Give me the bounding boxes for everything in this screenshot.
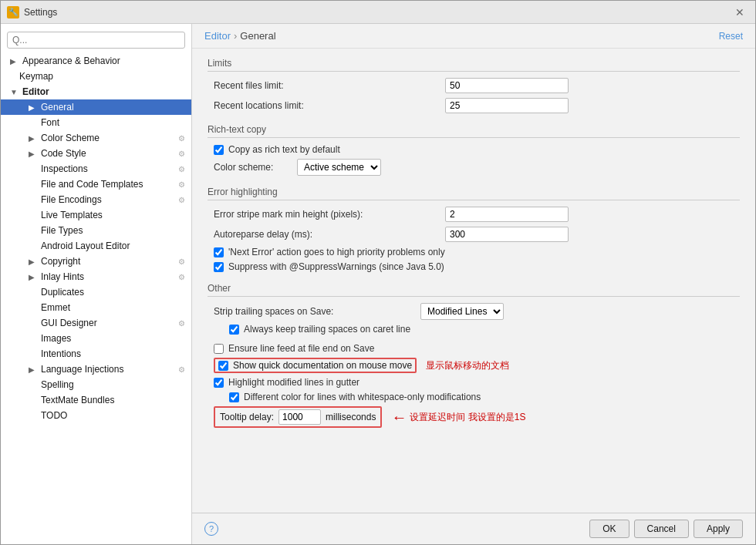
search-input[interactable] (7, 32, 185, 49)
bottom-bar: ? OK Cancel Apply (192, 513, 755, 544)
sidebar-item-file-code-templates[interactable]: File and Code Templates ⚙ (1, 177, 191, 192)
autoreparse-input[interactable] (445, 227, 569, 242)
highlight-modified-checkbox[interactable] (214, 378, 224, 388)
strip-trailing-select[interactable]: Modified Lines All None (420, 303, 504, 320)
sidebar-item-label: Live Templates (41, 210, 103, 220)
ok-button[interactable]: OK (589, 520, 629, 538)
always-keep-checkbox[interactable] (229, 325, 239, 335)
tooltip-delay-input[interactable] (278, 409, 321, 425)
next-error-checkbox[interactable] (214, 247, 224, 257)
apply-button[interactable]: Apply (694, 520, 743, 538)
tooltip-annotation: 设置延迟时间 我设置的是1S (410, 411, 525, 424)
ensure-line-feed-label: Ensure line feed at file end on Save (228, 343, 374, 354)
reset-button[interactable]: Reset (719, 31, 743, 42)
expand-icon: ▼ (10, 88, 19, 96)
next-error-row: 'Next Error' action goes to high priorit… (208, 247, 740, 257)
tooltip-arrow-icon: ← (391, 409, 407, 426)
sidebar-item-label: General (41, 102, 74, 113)
color-scheme-select[interactable]: Active scheme Default Darcula (297, 159, 381, 176)
copy-rich-text-checkbox[interactable] (214, 145, 224, 155)
error-highlighting-section: Error highlighting Error stripe mark min… (208, 187, 740, 272)
tooltip-delay-highlighted: Tooltip delay: milliseconds (214, 406, 382, 428)
recent-locations-input[interactable] (445, 98, 569, 113)
expand-icon: ▶ (29, 150, 38, 158)
sidebar-item-keymap[interactable]: Keymap (1, 69, 191, 84)
stripe-mark-input[interactable] (445, 207, 569, 222)
titlebar: 🔧 Settings ✕ (1, 1, 755, 24)
ensure-line-feed-row: Ensure line feed at file end on Save (208, 343, 740, 354)
sidebar-item-label: Inspections (41, 163, 88, 174)
sidebar-item-spelling[interactable]: Spelling (1, 377, 191, 392)
suppress-checkbox[interactable] (214, 262, 224, 272)
main-content: ▶ Appearance & Behavior Keymap ▼ Editor … (1, 24, 755, 544)
recent-files-input[interactable] (445, 78, 569, 93)
color-scheme-label: Color scheme: (214, 162, 291, 173)
config-icon: ⚙ (178, 196, 185, 204)
tooltip-delay-container: Tooltip delay: milliseconds ← 设置延迟时间 我设置… (208, 406, 740, 428)
sidebar-item-editor[interactable]: ▼ Editor (1, 84, 191, 99)
sidebar-item-textmate[interactable]: TextMate Bundles (1, 392, 191, 408)
sidebar-item-language-injections[interactable]: ▶ Language Injections ⚙ (1, 362, 191, 377)
sidebar-item-intentions[interactable]: Intentions (1, 346, 191, 362)
sidebar-item-label: Copyright (41, 256, 80, 267)
breadcrumb-parent[interactable]: Editor (204, 30, 231, 42)
sidebar-item-emmet[interactable]: Emmet (1, 300, 191, 315)
breadcrumb-separator: › (234, 30, 237, 42)
tooltip-delay-unit: milliseconds (326, 412, 376, 422)
suppress-row: Suppress with @SuppressWarnings (since J… (208, 261, 740, 272)
sidebar-item-general[interactable]: ▶ General (1, 99, 191, 115)
expand-icon: ▶ (29, 273, 38, 281)
next-error-label: 'Next Error' action goes to high priorit… (228, 247, 445, 257)
sidebar-item-label: Intentions (41, 348, 81, 359)
sidebar-item-copyright[interactable]: ▶ Copyright ⚙ (1, 254, 191, 269)
config-icon: ⚙ (178, 134, 185, 143)
cancel-button[interactable]: Cancel (634, 520, 689, 538)
sidebar-item-duplicates[interactable]: Duplicates (1, 284, 191, 300)
expand-icon: ▶ (10, 57, 19, 66)
sidebar-item-label: Images (41, 333, 71, 344)
stripe-mark-row: Error stripe mark min height (pixels): (208, 207, 740, 222)
help-button[interactable]: ? (204, 522, 218, 536)
diff-color-checkbox[interactable] (229, 392, 239, 402)
show-quick-doc-checkbox[interactable] (218, 361, 228, 371)
settings-panel: Limits Recent files limit: Recent locati… (192, 49, 755, 513)
config-icon: ⚙ (178, 365, 185, 374)
other-section: Other Strip trailing spaces on Save: Mod… (208, 283, 740, 428)
sidebar-item-android-layout[interactable]: Android Layout Editor (1, 238, 191, 254)
breadcrumb: Editor › General Reset (192, 24, 755, 49)
sidebar-item-appearance[interactable]: ▶ Appearance & Behavior (1, 53, 191, 69)
suppress-label: Suppress with @SuppressWarnings (since J… (228, 261, 444, 272)
breadcrumb-current: General (240, 30, 275, 42)
rich-text-title: Rich-text copy (208, 124, 740, 138)
autoreparse-label: Autoreparse delay (ms): (214, 229, 445, 240)
sidebar-item-label: Language Injections (41, 364, 123, 375)
sidebar-item-font[interactable]: Font (1, 115, 191, 130)
close-button[interactable]: ✕ (731, 5, 749, 20)
sidebar-item-todo[interactable]: TODO (1, 408, 191, 423)
sidebar-item-label: Code Style (41, 148, 86, 159)
sidebar-item-color-scheme[interactable]: ▶ Color Scheme ⚙ (1, 130, 191, 146)
show-quick-doc-container: Show quick documentation on mouse move 显… (208, 358, 740, 373)
color-scheme-row: Color scheme: Active scheme Default Darc… (208, 159, 740, 176)
show-quick-doc-label: Show quick documentation on mouse move (233, 360, 412, 371)
sidebar-item-images[interactable]: Images (1, 331, 191, 346)
config-icon: ⚙ (178, 180, 185, 189)
sidebar-item-live-templates[interactable]: Live Templates (1, 207, 191, 223)
recent-files-label: Recent files limit: (214, 80, 445, 91)
copy-rich-text-label: Copy as rich text by default (228, 144, 340, 155)
strip-trailing-label: Strip trailing spaces on Save: (214, 306, 414, 317)
sidebar-item-label: File Types (41, 225, 83, 236)
sidebar-item-gui-designer[interactable]: GUI Designer ⚙ (1, 315, 191, 331)
sidebar-item-inspections[interactable]: Inspections ⚙ (1, 161, 191, 177)
sidebar-item-file-encodings[interactable]: File Encodings ⚙ (1, 192, 191, 207)
limits-title: Limits (208, 58, 740, 72)
recent-files-row: Recent files limit: (208, 78, 740, 93)
sidebar-item-code-style[interactable]: ▶ Code Style ⚙ (1, 146, 191, 161)
sidebar-item-inlay-hints[interactable]: ▶ Inlay Hints ⚙ (1, 269, 191, 284)
ensure-line-feed-checkbox[interactable] (214, 344, 224, 354)
sidebar-item-label: Keymap (19, 71, 53, 82)
always-keep-row: Always keep trailing spaces on caret lin… (208, 324, 740, 335)
sidebar-item-file-types[interactable]: File Types (1, 223, 191, 238)
copy-rich-text-row: Copy as rich text by default (208, 144, 740, 155)
config-icon: ⚙ (178, 273, 185, 281)
